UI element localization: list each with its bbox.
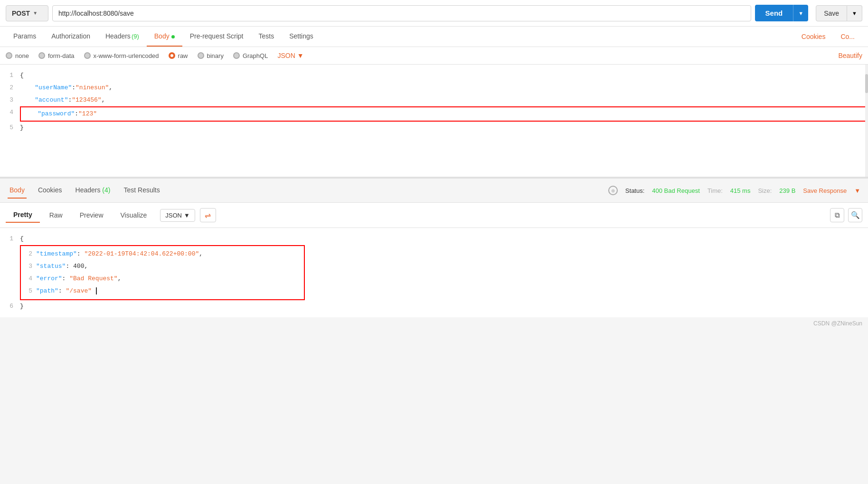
body-type-binary[interactable]: binary [198, 52, 224, 59]
status-label: Status: [625, 187, 644, 194]
pretty-tab-preview[interactable]: Preview [72, 208, 111, 222]
request-body-editor[interactable]: 1 { 2 "userName":"ninesun", 3 "account":… [0, 65, 868, 179]
response-highlight-box: 2 "timestamp": "2022-01-19T04:42:04.622+… [20, 245, 305, 300]
response-body-editor[interactable]: 1 { 2 "timestamp": "2022-01-19T04:42:04.… [0, 228, 868, 317]
send-button[interactable]: Send [755, 5, 793, 21]
req-line-num-5: 5 [0, 122, 20, 134]
resp-tab-headers[interactable]: Headers (4) [74, 182, 113, 199]
size-label: Size: [758, 187, 772, 194]
body-type-binary-label: binary [207, 52, 224, 59]
method-chevron-icon: ▼ [33, 10, 38, 16]
resp-line-content-5: "path": "/save" [36, 285, 300, 297]
radio-raw [169, 52, 175, 59]
wrap-icon[interactable]: ⇌ [200, 208, 216, 222]
footer-credit: CSDN @ZNineSun [813, 320, 862, 327]
save-dropdown-button[interactable]: ▼ [847, 5, 862, 21]
req-line-4: 4 "password":"123" [0, 106, 868, 122]
save-button[interactable]: Save [816, 5, 847, 21]
tab-headers[interactable]: Headers(9) [98, 27, 147, 47]
req-line-num-3: 3 [0, 94, 20, 106]
radio-binary [198, 52, 204, 59]
body-type-raw[interactable]: raw [169, 52, 188, 59]
body-type-none-label: none [15, 52, 29, 59]
req-line-num-4: 4 [0, 106, 20, 119]
size-value: 239 B [779, 187, 795, 194]
body-type-none[interactable]: none [6, 52, 29, 59]
req-line-content-5: } [20, 122, 868, 134]
resp-line-4: 4 "error": "Bad Request", [25, 273, 300, 285]
tab-params[interactable]: Params [6, 27, 44, 47]
resp-line-content-4: "error": "Bad Request", [36, 273, 300, 285]
resp-tab-test-results[interactable]: Test Results [122, 182, 161, 199]
response-status-area: ⊕ Status: 400 Bad Request Time: 415 ms S… [608, 186, 860, 195]
resp-line-5: 5 "path": "/save" [25, 285, 300, 297]
footer: CSDN @ZNineSun [0, 317, 868, 330]
resp-json-chevron: ▼ [184, 212, 190, 219]
req-line-content-4: "password":"123" [20, 106, 866, 122]
body-types: none form-data x-www-form-urlencoded raw… [0, 47, 868, 65]
method-select[interactable]: POST ▼ [6, 5, 48, 21]
time-value: 415 ms [730, 187, 751, 194]
tab-code[interactable]: Co... [833, 27, 862, 46]
url-bar: POST ▼ Send ▼ Save ▼ [0, 0, 868, 27]
body-type-urlencoded[interactable]: x-www-form-urlencoded [84, 52, 159, 59]
resp-line-1: 1 { [0, 233, 868, 245]
req-line-content-3: "account":"123456", [20, 94, 868, 106]
pretty-tab-pretty[interactable]: Pretty [6, 208, 40, 223]
resp-line-num-2: 2 [25, 248, 36, 260]
resp-line-6: 6 } [0, 300, 868, 313]
save-response-button[interactable]: Save Response [803, 187, 847, 194]
response-header: Body Cookies Headers (4) Test Results ⊕ … [0, 179, 868, 203]
tab-settings[interactable]: Settings [282, 27, 321, 47]
req-line-1: 1 { [0, 69, 868, 82]
tab-tests[interactable]: Tests [251, 27, 282, 47]
tab-cookies[interactable]: Cookies [794, 27, 833, 46]
body-type-urlencoded-label: x-www-form-urlencoded [94, 52, 159, 59]
resp-line-content-3: "status": 400, [36, 260, 300, 273]
json-format-label: JSON [277, 52, 295, 59]
body-dot [171, 35, 175, 38]
resp-tab-body[interactable]: Body [8, 182, 27, 199]
req-line-content-1: { [20, 69, 868, 82]
resp-line-num-4: 4 [25, 273, 36, 285]
pretty-tab-raw[interactable]: Raw [42, 208, 70, 222]
tab-body[interactable]: Body [147, 27, 182, 47]
pretty-tab-visualize[interactable]: Visualize [113, 208, 155, 222]
resp-line-num-6: 6 [0, 300, 20, 313]
resp-line-num-1: 1 [0, 233, 20, 245]
req-line-num-1: 1 [0, 69, 20, 82]
radio-none [6, 52, 12, 59]
scrollbar-thumb[interactable] [865, 74, 868, 93]
send-dropdown-button[interactable]: ▼ [793, 5, 808, 21]
status-value: 400 Bad Request [652, 187, 699, 194]
url-input[interactable] [52, 5, 751, 21]
tab-authorization[interactable]: Authorization [44, 27, 98, 47]
request-tabs: Params Authorization Headers(9) Body Pre… [0, 27, 868, 47]
resp-line-content-6: } [20, 300, 868, 313]
time-label: Time: [708, 187, 723, 194]
body-type-form-data-label: form-data [48, 52, 75, 59]
tab-pre-request[interactable]: Pre-request Script [182, 27, 251, 47]
req-line-content-2: "userName":"ninesun", [20, 82, 868, 94]
body-type-form-data[interactable]: form-data [38, 52, 75, 59]
json-format-select[interactable]: JSON ▼ [277, 52, 303, 59]
resp-tab-cookies[interactable]: Cookies [36, 182, 64, 199]
radio-form-data [38, 52, 45, 59]
resp-line-content-1: { [20, 233, 868, 245]
body-type-raw-label: raw [178, 52, 188, 59]
resp-actions: ⧉ 🔍 [830, 208, 862, 222]
method-label: POST [12, 9, 30, 17]
json-format-chevron: ▼ [297, 52, 304, 59]
body-type-graphql[interactable]: GraphQL [233, 52, 268, 59]
resp-json-select[interactable]: JSON ▼ [160, 209, 195, 222]
save-response-chevron[interactable]: ▼ [854, 187, 860, 194]
copy-button[interactable]: ⧉ [830, 208, 844, 222]
search-button[interactable]: 🔍 [848, 208, 862, 222]
beautify-button[interactable]: Beautify [838, 52, 862, 59]
body-type-graphql-label: GraphQL [243, 52, 268, 59]
req-line-num-2: 2 [0, 82, 20, 94]
scrollbar-track[interactable] [865, 65, 868, 177]
req-line-5: 5 } [0, 122, 868, 134]
resp-line-num-3: 3 [25, 260, 36, 273]
resp-line-2: 2 "timestamp": "2022-01-19T04:42:04.622+… [25, 248, 300, 260]
